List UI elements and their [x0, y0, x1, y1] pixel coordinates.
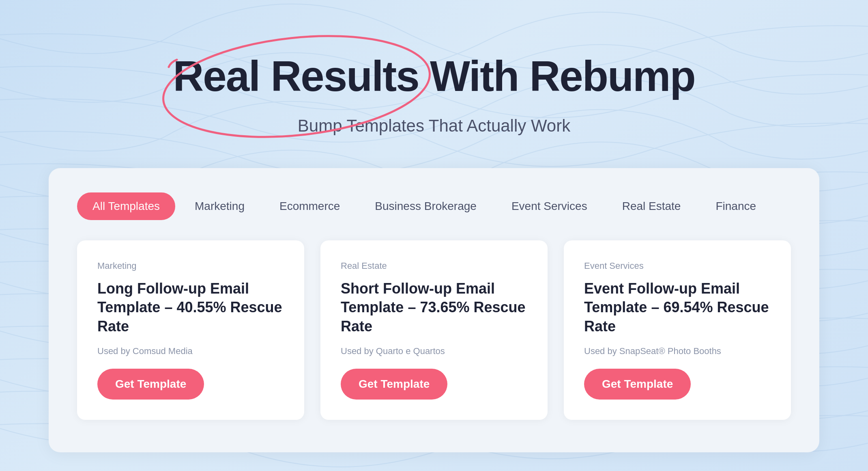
- get-template-button-3[interactable]: Get Template: [584, 369, 691, 400]
- card-category: Event Services: [584, 261, 771, 271]
- tab-real-estate[interactable]: Real Estate: [607, 192, 696, 220]
- hero-subtitle: Bump Templates That Actually Work: [173, 116, 695, 136]
- hero-title-wrapper: Real Results With Rebump: [173, 53, 695, 100]
- card-title: Long Follow-up Email Template – 40.55% R…: [97, 279, 284, 336]
- filter-tabs: All Templates Marketing Ecommerce Busine…: [77, 192, 791, 220]
- get-template-button-1[interactable]: Get Template: [97, 369, 204, 400]
- card-title: Short Follow-up Email Template – 73.65% …: [341, 279, 527, 336]
- card-used-by: Used by SnapSeat® Photo Booths: [584, 346, 771, 356]
- card-used-by: Used by Comsud Media: [97, 346, 284, 356]
- templates-container: All Templates Marketing Ecommerce Busine…: [49, 168, 819, 452]
- tab-finance[interactable]: Finance: [700, 192, 771, 220]
- cards-grid: Marketing Long Follow-up Email Template …: [77, 240, 791, 420]
- card-category: Marketing: [97, 261, 284, 271]
- hero-title: Real Results With Rebump: [173, 53, 695, 100]
- card-category: Real Estate: [341, 261, 527, 271]
- card-title: Event Follow-up Email Template – 69.54% …: [584, 279, 771, 336]
- tab-business-brokerage[interactable]: Business Brokerage: [359, 192, 492, 220]
- template-card: Marketing Long Follow-up Email Template …: [77, 240, 304, 420]
- tab-all-templates[interactable]: All Templates: [77, 192, 175, 220]
- card-used-by: Used by Quarto e Quartos: [341, 346, 527, 356]
- template-card: Event Services Event Follow-up Email Tem…: [564, 240, 791, 420]
- tab-ecommerce[interactable]: Ecommerce: [264, 192, 355, 220]
- tab-event-services[interactable]: Event Services: [496, 192, 603, 220]
- template-card: Real Estate Short Follow-up Email Templa…: [320, 240, 548, 420]
- get-template-button-2[interactable]: Get Template: [341, 369, 447, 400]
- hero-section: Real Results With Rebump Bump Templates …: [173, 53, 695, 136]
- tab-marketing[interactable]: Marketing: [179, 192, 260, 220]
